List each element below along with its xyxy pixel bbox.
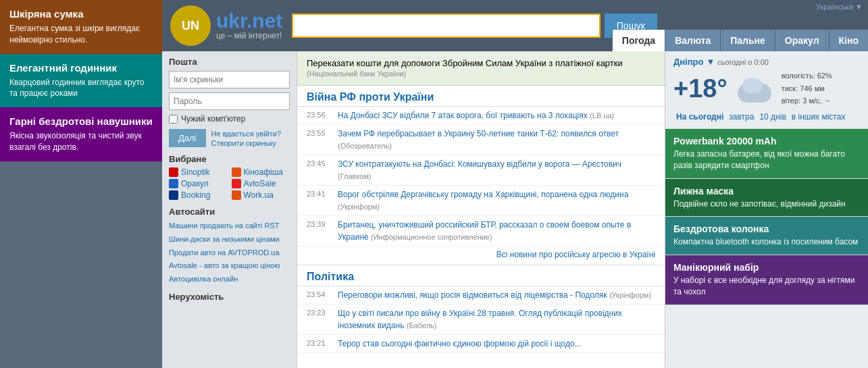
login-section: Пошта Чужий комп'ютер Далі Не вдається у… xyxy=(169,57,290,147)
language-link-area: Українська ▼ xyxy=(665,0,868,13)
remember-checkbox[interactable] xyxy=(169,115,178,124)
news-time: 23:21 xyxy=(307,338,332,347)
war-news-title[interactable]: Війна РФ проти України xyxy=(297,86,665,107)
news-text: Що у світі писали про війну в Україні 28… xyxy=(338,307,655,332)
autosite-link[interactable]: Продати авто на AVTOPROD.ua xyxy=(169,246,290,260)
favorite-label: Booking xyxy=(181,190,210,200)
highlight-text: Переказати кошти для допомоги Збройним С… xyxy=(307,58,623,68)
ad-leather-bag-text: Елегантна сумка зі шкіри виглядає неймов… xyxy=(9,23,153,46)
right-ad-powerbank-20000-mah[interactable]: Powerbank 20000 mAh Легка запасна батаре… xyxy=(665,129,868,179)
autosite-link[interactable]: Машини продають на сайті RST xyxy=(169,219,290,233)
favorite-item-sinoptik[interactable]: Sinoptik xyxy=(169,167,228,177)
weather-tab-пальне[interactable]: Пальне xyxy=(720,30,775,51)
news-source: (Бабель) xyxy=(407,321,437,330)
autosites-title: Автосайти xyxy=(169,207,290,217)
favorite-label: AvtoSale xyxy=(244,179,276,188)
password-input[interactable] xyxy=(169,93,290,110)
left-sidebar: Шкіряна сумка Елегантна сумка зі шкіри в… xyxy=(0,0,162,368)
favorite-icon xyxy=(169,179,178,188)
forgot-link[interactable]: Не вдається увійти? xyxy=(211,130,282,138)
username-input[interactable] xyxy=(169,71,290,88)
remember-checkbox-row: Чужий комп'ютер xyxy=(169,114,290,124)
news-link[interactable]: На Донбасі ЗСУ відбили 7 атак ворога, бо… xyxy=(338,111,588,120)
news-link[interactable]: Переговори можливі, якщо росія відмовить… xyxy=(338,290,607,300)
weather-tab-кіно[interactable]: Кіно xyxy=(829,30,868,51)
news-source: (Укрінформ) xyxy=(609,291,651,299)
ad-watch-text: Кварцовий годинник виглядає круто та пра… xyxy=(9,77,153,100)
favorite-item-кіноафіша[interactable]: Кіноафіша xyxy=(232,167,290,177)
right-ad-text: У наборі є все необхідне для догляду за … xyxy=(673,275,860,298)
news-link[interactable]: Що у світі писали про війну в Україні 28… xyxy=(338,309,622,330)
remember-label: Чужий комп'ютер xyxy=(181,114,245,124)
autosite-link[interactable]: Автоцивілка онлайн xyxy=(169,273,290,286)
politics-news-item: 23:54 Переговори можливі, якщо росія від… xyxy=(297,286,665,305)
favorite-item-booking[interactable]: Booking xyxy=(169,190,228,200)
right-header: Українська ▼ ПогодаВалютаПальнеОракулКін… xyxy=(665,0,868,51)
weather-arrow[interactable]: ▼ xyxy=(706,57,715,67)
favorite-label: Кіноафіша xyxy=(244,167,283,177)
news-text: Ворог обстріляв Дергачівську громаду на … xyxy=(338,188,655,213)
favorite-item-workua[interactable]: Work.ua xyxy=(232,190,290,200)
autosites-section: Автосайти Машини продають на сайті RSTШи… xyxy=(169,207,290,286)
weather-temp: +18° xyxy=(673,74,727,103)
weather-location-row: Дніпро ▼ сьогодні о 0:00 xyxy=(673,57,860,67)
logo-text-area: ukr.net це – мій інтернет! xyxy=(216,11,282,41)
main-area: UN ukr.net це – мій інтернет! Пошук Укра… xyxy=(162,0,868,368)
news-panel: Переказати кошти для допомоги Збройним С… xyxy=(297,51,665,368)
weather-nav: На сьогодні завтра 10 днів в інших міста… xyxy=(673,111,860,123)
logo-icon: UN xyxy=(170,5,211,46)
right-ad-title: Манікюрний набір xyxy=(673,262,860,273)
news-text: ЗСУ контратакують на Донбасі: Комишуваху… xyxy=(338,158,655,182)
ad-headphones-text: Якісна звукоізоляція та чистий звук взаг… xyxy=(9,130,153,153)
login-links: Не вдається увійти? Створити скриньку xyxy=(211,130,282,147)
news-source: (Главком) xyxy=(338,172,372,180)
ad-watch[interactable]: Елегантний годинник Кварцовий годинник в… xyxy=(0,54,162,108)
right-ad-лижна-маска[interactable]: Лижна маска Подвійне скло не запотіває, … xyxy=(665,179,868,217)
weather-nav-today[interactable]: На сьогодні xyxy=(673,111,726,123)
politics-news-item: 23:21 Терор став сьогодні фактично єдино… xyxy=(297,335,665,353)
news-text: Британец, уничтоживший российский БТР, р… xyxy=(338,219,655,243)
news-time: 23:54 xyxy=(307,289,332,298)
war-all-link[interactable]: Всі новини про російську агресію в Украї… xyxy=(496,250,655,259)
weather-humidity: вологість: 62% xyxy=(782,70,832,82)
content-row: Пошта Чужий комп'ютер Далі Не вдається у… xyxy=(162,51,868,368)
politics-news-item: 23:23 Що у світі писали про війну в Укра… xyxy=(297,305,665,335)
ad-leather-bag[interactable]: Шкіряна сумка Елегантна сумка зі шкіри в… xyxy=(0,0,162,54)
create-link[interactable]: Створити скриньку xyxy=(211,139,282,147)
ad-headphones[interactable]: Гарні бездротові навушники Якісна звукоі… xyxy=(0,107,162,161)
language-link[interactable]: Українська ▼ xyxy=(816,3,863,11)
weather-city[interactable]: Дніпро xyxy=(673,57,703,67)
favorite-item-оракул[interactable]: Оракул xyxy=(169,179,228,188)
favorites-title: Вибране xyxy=(169,154,290,164)
weather-tab-погода[interactable]: Погода xyxy=(612,30,665,51)
weather-pressure: тиск: 746 мм xyxy=(782,82,832,95)
weather-nav-other-cities[interactable]: в інших містах xyxy=(789,111,848,123)
autosite-link[interactable]: Avtosale - авто за кращою ціною xyxy=(169,259,290,273)
autosite-link[interactable]: Шини-диски за низькими цінами xyxy=(169,233,290,246)
news-link[interactable]: Ворог обстріляв Дергачівську громаду на … xyxy=(338,190,628,199)
weather-tab-валюта[interactable]: Валюта xyxy=(665,30,720,51)
right-ad-манікюрний-набір[interactable]: Манікюрний набір У наборі є все необхідн… xyxy=(665,255,868,305)
logo-slogan: це – мій інтернет! xyxy=(216,31,282,41)
weather-tab-оракул[interactable]: Оракул xyxy=(775,30,829,51)
news-text: Зачем РФ перебрасывает в Украину 50-летн… xyxy=(338,128,655,152)
highlight-news: Переказати кошти для допомоги Збройним С… xyxy=(297,51,665,86)
favorite-item-avtosale[interactable]: AvtoSale xyxy=(232,179,290,188)
weather-widget: Дніпро ▼ сьогодні о 0:00 +18° вологість:… xyxy=(665,51,868,129)
war-news-item: 23:41 Ворог обстріляв Дергачівську грома… xyxy=(297,186,665,216)
war-news-item: 23:39 Британец, уничтоживший российский … xyxy=(297,216,665,246)
search-input[interactable] xyxy=(292,14,600,38)
highlight-source: (Національний банк України) xyxy=(307,70,406,78)
weather-nav-tomorrow[interactable]: завтра xyxy=(726,111,757,123)
news-link[interactable]: Терор став сьогодні фактично єдиною форм… xyxy=(338,339,582,348)
politics-news-title[interactable]: Політика xyxy=(297,265,665,286)
news-link[interactable]: ЗСУ контратакують на Донбасі: Комишуваху… xyxy=(338,159,621,169)
weather-details: вологість: 62% тиск: 746 мм вітер: 3 м/с… xyxy=(782,70,832,107)
weather-nav-10days[interactable]: 10 днів xyxy=(757,111,788,123)
news-text: На Донбасі ЗСУ відбили 7 атак ворога, бо… xyxy=(338,109,614,122)
war-all-link-area: Всі новини про російську агресію в Украї… xyxy=(297,246,665,265)
right-ad-бездротова-колонка[interactable]: Бездротова колонка Компактна bluetooth к… xyxy=(665,217,868,255)
logo-name: ukr.net xyxy=(216,11,282,31)
login-button[interactable]: Далі xyxy=(169,129,206,147)
news-link[interactable]: Зачем РФ перебрасывает в Украину 50-летн… xyxy=(338,129,619,138)
